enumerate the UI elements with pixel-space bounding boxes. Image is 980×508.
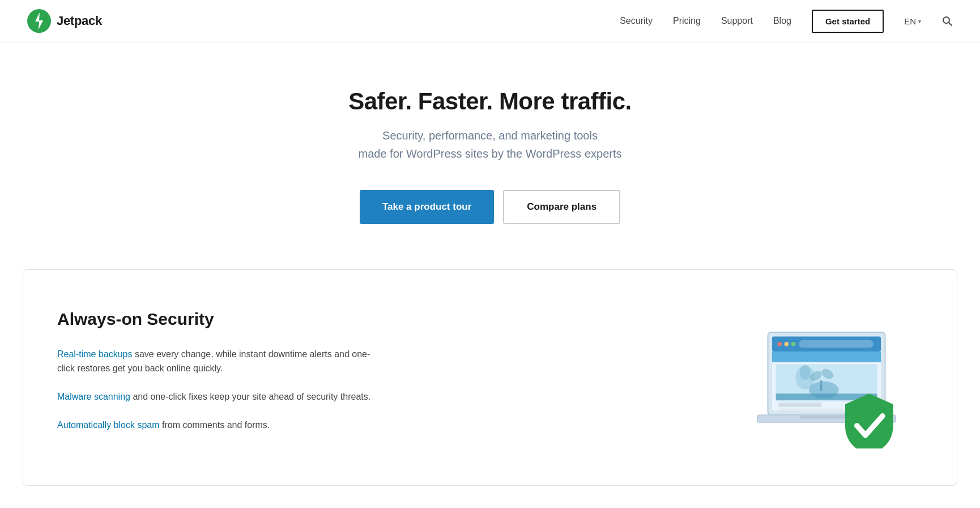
hero-buttons: Take a product tour Compare plans [14,190,966,224]
svg-rect-16 [820,380,823,391]
nav-pricing[interactable]: Pricing [673,16,701,26]
security-laptop-svg [736,307,917,448]
svg-rect-20 [778,403,821,407]
nav-security[interactable]: Security [620,16,653,26]
block-spam-link[interactable]: Automatically block spam [57,420,160,430]
site-header: Jetpack Security Pricing Support Blog Ge… [0,0,980,43]
security-point-spam: Automatically block spam from comments a… [57,418,374,433]
security-point-malware: Malware scanning and one-click fixes kee… [57,390,374,404]
main-nav: Security Pricing Support Blog Get starte… [620,10,953,33]
logo-text: Jetpack [57,14,102,28]
security-point-spam-text: from comments and forms. [160,420,270,430]
svg-point-14 [800,365,811,379]
hero-subtitle-line1: Security, performance, and marketing too… [382,129,598,142]
security-section: Always-on Security Real-time backups sav… [23,269,957,486]
hero-section: Safer. Faster. More traffic. Security, p… [0,43,980,258]
search-button[interactable] [941,15,953,27]
hero-subtitle: Security, performance, and marketing too… [343,126,637,163]
security-title: Always-on Security [57,310,374,329]
svg-point-8 [785,342,789,346]
svg-line-3 [949,23,952,26]
product-tour-button[interactable]: Take a product tour [360,190,494,224]
svg-rect-11 [772,352,881,362]
security-illustration [730,304,923,451]
real-time-backups-link[interactable]: Real-time backups [57,349,133,359]
chevron-down-icon: ▾ [918,18,921,24]
compare-plans-button[interactable]: Compare plans [503,190,620,224]
svg-rect-10 [799,340,874,348]
hero-title: Safer. Faster. More traffic. [14,88,966,115]
search-icon [941,15,953,27]
language-selector[interactable]: EN ▾ [904,16,921,26]
logo[interactable]: Jetpack [27,9,102,33]
svg-point-7 [777,342,782,346]
security-point-malware-text: and one-click fixes keep your site ahead… [130,392,370,401]
jetpack-logo-icon [27,9,51,33]
security-content: Always-on Security Real-time backups sav… [57,310,374,446]
nav-blog[interactable]: Blog [773,16,791,26]
hero-subtitle-line2: made for WordPress sites by the WordPres… [359,147,622,160]
svg-point-9 [791,342,796,346]
malware-scanning-link[interactable]: Malware scanning [57,392,130,401]
lang-label: EN [904,16,916,26]
get-started-button[interactable]: Get started [812,10,884,33]
svg-rect-23 [800,416,853,419]
svg-rect-21 [778,409,842,412]
security-point-backups: Real-time backups save every change, whi… [57,347,374,376]
nav-support[interactable]: Support [721,16,753,26]
